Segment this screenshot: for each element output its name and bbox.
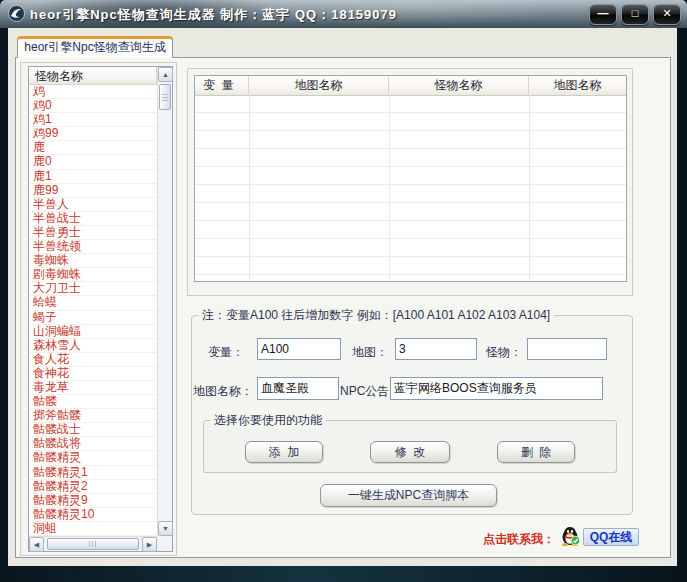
list-item[interactable]: 鸡1: [29, 113, 157, 127]
result-table: 变 量 地图名称 怪物名称 地图名称: [194, 75, 627, 282]
column-header-map-name[interactable]: 地图名称: [249, 76, 389, 95]
list-item[interactable]: 骷髅精灵9: [29, 494, 157, 508]
monster-list-items: 鸡鸡0鸡1鸡99鹿鹿0鹿1鹿99半兽人半兽战士半兽勇士半兽统领毒蜘蛛剧毒蜘蛛大刀…: [29, 85, 157, 536]
horizontal-scrollbar[interactable]: ◀ ▶: [29, 536, 157, 551]
scroll-down-icon[interactable]: ▼: [158, 521, 173, 536]
app-icon: [8, 5, 25, 22]
table-row[interactable]: [195, 167, 626, 185]
map-label: 地图：: [352, 344, 388, 361]
scroll-right-icon[interactable]: ▶: [142, 537, 157, 552]
list-item[interactable]: 半兽统领: [29, 240, 157, 254]
list-item[interactable]: 森林雪人: [29, 339, 157, 353]
monster-list-header[interactable]: 怪物名称: [29, 67, 157, 85]
modify-button[interactable]: 修 改: [370, 441, 450, 463]
table-row[interactable]: [195, 275, 626, 281]
list-item[interactable]: 掷斧骷髅: [29, 409, 157, 423]
list-item[interactable]: 鸡0: [29, 99, 157, 113]
list-item[interactable]: 食人花: [29, 353, 157, 367]
table-row[interactable]: [195, 257, 626, 275]
npc-notice-input[interactable]: [390, 377, 603, 400]
function-group-label: 选择你要使用的功能: [210, 413, 326, 428]
list-item[interactable]: 山洞蝙蝠: [29, 325, 157, 339]
list-item[interactable]: 骷髅精灵1: [29, 466, 157, 480]
app-window: heor引擎Npc怪物查询生成器 制作：蓝宇 QQ：18159079 — □ ✕…: [0, 0, 687, 582]
close-button[interactable]: ✕: [653, 4, 681, 25]
monster-input[interactable]: [527, 338, 607, 360]
table-row[interactable]: [195, 95, 626, 113]
column-divider: [389, 95, 390, 280]
scroll-left-icon[interactable]: ◀: [29, 537, 44, 552]
list-item[interactable]: 蝎子: [29, 311, 157, 325]
scrollbar-corner: [157, 536, 172, 551]
variable-input[interactable]: [257, 338, 341, 360]
list-item[interactable]: 鹿: [29, 141, 157, 155]
list-item[interactable]: 洞蛆: [29, 522, 157, 536]
list-item[interactable]: 蛤蟆: [29, 296, 157, 310]
list-item[interactable]: 食神花: [29, 367, 157, 381]
qq-online-badge[interactable]: QQ在线: [583, 528, 639, 546]
monster-listbox: 怪物名称 鸡鸡0鸡1鸡99鹿鹿0鹿1鹿99半兽人半兽战士半兽勇士半兽统领毒蜘蛛剧…: [28, 66, 173, 552]
list-item[interactable]: 鹿1: [29, 170, 157, 184]
table-row[interactable]: [195, 239, 626, 257]
list-item[interactable]: 骷髅精灵2: [29, 480, 157, 494]
list-item[interactable]: 鸡: [29, 85, 157, 99]
title-bar[interactable]: heor引擎Npc怪物查询生成器 制作：蓝宇 QQ：18159079 — □ ✕: [0, 0, 687, 28]
list-item[interactable]: 鸡99: [29, 127, 157, 141]
monster-label: 怪物：: [486, 344, 522, 361]
column-header-map-name-2[interactable]: 地图名称: [529, 76, 626, 95]
list-item[interactable]: 剧毒蜘蛛: [29, 268, 157, 282]
generate-script-button[interactable]: 一键生成NPC查询脚本: [320, 484, 497, 507]
table-row[interactable]: [195, 131, 626, 149]
list-item[interactable]: 半兽勇士: [29, 226, 157, 240]
map-name-label: 地图名称：: [193, 383, 253, 400]
list-item[interactable]: 骷髅精灵: [29, 451, 157, 465]
maximize-button[interactable]: □: [621, 4, 649, 25]
horizontal-scroll-thumb[interactable]: [47, 538, 139, 550]
minimize-button[interactable]: —: [589, 4, 617, 25]
result-table-header: 变 量 地图名称 怪物名称 地图名称: [195, 76, 626, 96]
map-name-input[interactable]: [257, 377, 339, 400]
variable-label: 变量：: [208, 344, 244, 361]
list-item[interactable]: 毒蜘蛛: [29, 254, 157, 268]
list-item[interactable]: 大刀卫士: [29, 282, 157, 296]
list-item[interactable]: 骷髅: [29, 395, 157, 409]
map-input[interactable]: [395, 338, 477, 360]
window-title: heor引擎Npc怪物查询生成器 制作：蓝宇 QQ：18159079: [30, 6, 397, 24]
list-item[interactable]: 骷髅精灵10: [29, 508, 157, 522]
tab-npc-generator[interactable]: heor引擎Npc怪物查询生成: [17, 36, 173, 58]
delete-button[interactable]: 删 除: [497, 441, 575, 463]
list-item[interactable]: 毒龙草: [29, 381, 157, 395]
table-row[interactable]: [195, 203, 626, 221]
list-item[interactable]: 鹿0: [29, 155, 157, 169]
list-item[interactable]: 骷髅战将: [29, 437, 157, 451]
column-header-variable[interactable]: 变 量: [195, 76, 249, 95]
column-divider: [529, 95, 530, 280]
list-item[interactable]: 鹿99: [29, 184, 157, 198]
table-body: [195, 95, 626, 281]
qq-penguin-icon[interactable]: [560, 526, 581, 546]
scroll-up-icon[interactable]: ▲: [158, 67, 173, 82]
table-row[interactable]: [195, 149, 626, 167]
table-row[interactable]: [195, 113, 626, 131]
list-item[interactable]: 骷髅战士: [29, 423, 157, 437]
table-row[interactable]: [195, 185, 626, 203]
column-header-monster-name[interactable]: 怪物名称: [389, 76, 529, 95]
vertical-scrollbar[interactable]: ▲ ▼: [157, 67, 172, 536]
contact-label: 点击联系我：: [483, 531, 555, 548]
add-button[interactable]: 添 加: [245, 441, 323, 463]
note-text: 注：变量A100 往后增加数字 例如：[A100 A101 A102 A103 …: [198, 308, 554, 323]
column-divider: [249, 95, 250, 280]
list-item[interactable]: 半兽战士: [29, 212, 157, 226]
table-row[interactable]: [195, 221, 626, 239]
list-item[interactable]: 半兽人: [29, 198, 157, 212]
vertical-scroll-thumb[interactable]: [159, 84, 171, 110]
